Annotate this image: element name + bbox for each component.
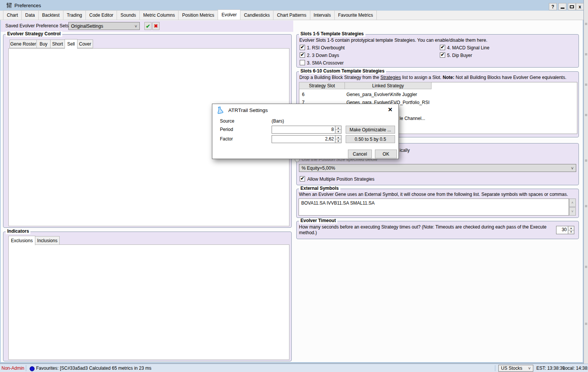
timeout-description: How many seconds before an executing Str… [299,224,553,236]
ok-button[interactable]: OK [375,150,397,158]
factor-label: Factor [220,136,233,142]
source-value: (Bars) [272,118,284,124]
pref-sets-label: Saved Evolver Preference Sets [5,23,69,28]
atrtrail-settings-dialog: ATRTrail Settings ✕ Source (Bars) Period… [212,104,399,159]
tab-backtest[interactable]: Backtest [38,10,63,20]
tab-trading[interactable]: Trading [63,10,86,20]
est-time: EST: 13:38:39 [536,366,565,371]
help-button[interactable]: ? [549,3,557,10]
factor-input[interactable]: 2,62 ▲▼ [272,135,341,143]
slot3-checkbox[interactable] [300,60,305,65]
preferences-window: Preferences ? x Chart Data Backtest Trad… [0,0,583,363]
tab-chart[interactable]: Chart [3,10,22,20]
slot5-checkbox[interactable] [440,52,445,58]
background-window-sliver [583,0,588,364]
dialog-title: ATRTrail Settings [228,107,268,113]
timeout-title: Evolver Timeout [299,218,337,224]
close-button[interactable]: x [576,3,584,10]
slots15-title: Slots 1-5 Template Strategies [299,31,365,37]
slot1-checkbox[interactable] [300,45,305,50]
equity-combo[interactable]: % Equity=5,00% [299,164,576,172]
subtab-short[interactable]: Short [50,39,65,48]
timeout-spinner[interactable]: ▲▼ [568,226,574,234]
subtab-gene-roster[interactable]: Gene Roster [9,39,37,48]
favourites-status-text: Favourites: [SC#33a5ad3 Calculated 65 me… [36,366,152,371]
tab-chart-patterns[interactable]: Chart Patterns [273,10,310,20]
sliders-icon [6,2,12,9]
allow-multiple-label: Allow Multiple Position Strategies [307,177,375,182]
external-symbols-description: When an Evolver Gene uses an External Sy… [299,192,568,197]
period-input[interactable]: 8 ▲▼ [272,126,341,134]
table-row-strategy[interactable]: Genes_para_Evolver\Knife Juggler [346,92,417,97]
external-symbols-title: External Symbols [299,186,340,191]
timeout-input[interactable]: 30 ▲▼ [556,226,574,234]
close-icon[interactable]: ✕ [388,106,393,113]
status-dot [30,366,35,371]
symbols-scroll-up-button[interactable]: ˄ [569,199,576,207]
delete-pref-set-button[interactable]: ✖ [152,22,160,30]
pref-sets-combo[interactable]: OriginalSettings [68,22,140,30]
check-icon: ✔ [146,23,150,29]
statusbar: Non-Admin Favourites: [SC#33a5ad3 Calcul… [0,364,588,372]
tab-intervals[interactable]: Intervals [310,10,335,20]
market-combo[interactable]: US Stocks [498,365,533,372]
local-time: Local: 14:38:3 [563,366,588,371]
table-row-strategy-partial[interactable]: le Channel... [400,116,425,121]
symbols-scroll-down-button[interactable]: ˅ [569,207,576,216]
window-title: Preferences [14,3,41,8]
flask-icon [215,106,224,116]
maximize-button[interactable] [568,3,576,10]
period-spinner[interactable]: ▲▼ [335,126,341,133]
position-size-option-fragment: ically [400,148,410,153]
slots610-title: Slots 6-10 Custom Template Strategies [299,68,386,74]
strategy-control-title: Evolver Strategy Control [6,31,62,37]
slots15-description: Evolver Slots 1-5 contain prototypical t… [299,38,487,43]
main-tabbar: Chart Data Backtest Trading Code Editor … [0,11,583,20]
titlebar: Preferences ? x [0,0,583,11]
tab-evolver[interactable]: Evolver [218,9,240,20]
admin-status-label: Non-Admin [2,366,24,371]
slot1-label: 1. RSI Overbought [307,45,345,50]
slot4-checkbox[interactable] [440,45,445,50]
external-symbols-textarea[interactable]: BOVA11.SA IVVB11.SA SMAL11.SA [299,199,569,216]
slot4-label: 4. MACD Signal Line [447,45,489,50]
tab-favourite-metrics[interactable]: Favourite Metrics [334,10,377,20]
slot3-label: 3. SMA Crossover [307,60,344,66]
modal-range-button[interactable]: 0.50 to 5 by 0.5 [346,135,395,143]
x-icon: ✖ [154,23,158,29]
tab-sounds[interactable]: Sounds [117,10,140,20]
cancel-button[interactable]: Cancel [348,150,372,158]
tab-candlesticks[interactable]: Candlesticks [240,10,273,20]
source-label: Source [220,118,234,124]
column-header-linked-strategy[interactable]: Linked Strategy [345,82,432,89]
exclusions-tab-page [8,244,289,360]
statusbar-divider [495,365,495,371]
apply-pref-set-button[interactable]: ✔ [144,22,152,30]
column-header-strategy-slot[interactable]: Strategy Slot [299,82,345,89]
slots610-description: Drop a Building Block Strategy from the … [299,75,566,80]
slot5-label: 5. Dip Buyer [447,53,472,58]
statusbar-divider [26,365,26,371]
subtab-buy[interactable]: Buy [36,39,51,48]
slot2-label: 2. 3 Down Days [307,53,339,58]
subtab-sell[interactable]: Sell [65,39,77,49]
period-label: Period [220,127,233,132]
tab-code-editor[interactable]: Code Editor [85,10,117,20]
minimize-button[interactable] [558,3,566,10]
tab-position-metrics[interactable]: Position Metrics [178,10,218,20]
tab-data[interactable]: Data [21,10,38,20]
table-row-slot[interactable]: 6 [302,92,305,97]
allow-multiple-checkbox[interactable] [300,176,305,181]
subtab-exclusions[interactable]: Exclusions [8,236,35,245]
subtab-cover[interactable]: Cover [77,39,93,48]
indicators-title: Indicators [6,229,30,234]
factor-spinner[interactable]: ▲▼ [335,136,341,143]
subtab-inclusions[interactable]: Inclusions [35,236,60,245]
tab-metric-columns[interactable]: Metric Columns [139,10,179,20]
modal-make-optimizable-button[interactable]: Make Optimizable ... [346,126,395,134]
slot2-checkbox[interactable] [300,52,305,58]
